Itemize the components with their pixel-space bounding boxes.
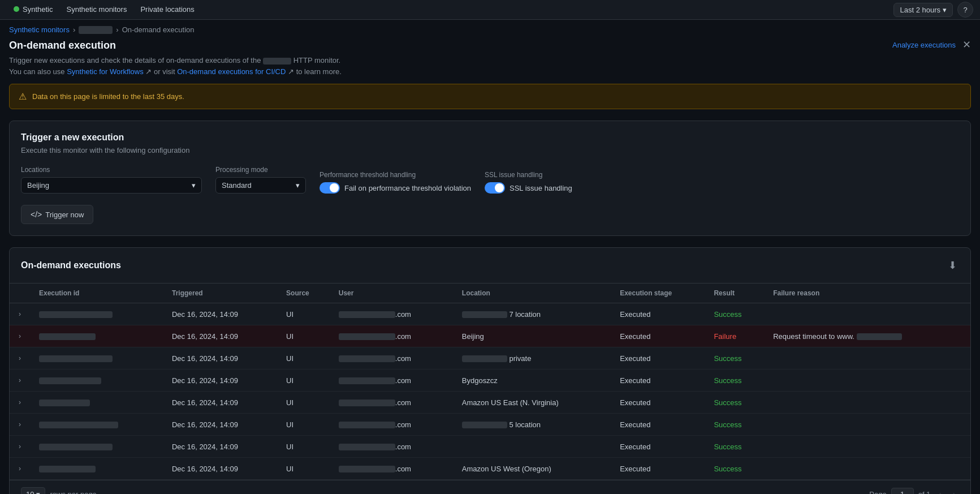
source-value: UI	[279, 392, 332, 414]
trigger-now-button[interactable]: </> Trigger now	[21, 205, 93, 224]
nav-item-synthetic-monitors[interactable]: Synthetic monitors	[59, 0, 133, 19]
table-row[interactable]: ›Dec 16, 2024, 14:09UI.comAmazon US West…	[10, 458, 970, 480]
perf-threshold-group: Performance threshold handling Fail on p…	[320, 171, 471, 194]
desc-external-icon-1: ↗	[145, 67, 152, 76]
processing-chevron: ▾	[296, 181, 300, 190]
table-row[interactable]: ›Dec 16, 2024, 14:09UI.comAmazon US East…	[10, 392, 970, 414]
expand-button[interactable]: ›	[16, 419, 23, 429]
col-user: User	[332, 283, 455, 303]
page-next-button[interactable]: ›	[949, 488, 959, 495]
user-value: .com	[332, 303, 455, 325]
result-value: Success	[707, 347, 766, 370]
executions-header: On-demand executions ⬇	[10, 248, 970, 283]
location-value: Bydgoszcz	[455, 370, 613, 392]
trigger-subtitle: Execute this monitor with the following …	[21, 146, 959, 154]
desc-external-icon-2: ↗	[288, 67, 294, 76]
warning-icon: ⚠	[19, 91, 27, 102]
processing-value: Standard	[222, 181, 252, 190]
download-button[interactable]: ⬇	[946, 257, 959, 274]
help-button[interactable]: ?	[957, 2, 973, 18]
page-input[interactable]	[891, 488, 914, 494]
user-value: .com	[332, 370, 455, 392]
breadcrumb-current: On-demand execution	[122, 25, 195, 34]
expand-button[interactable]: ›	[16, 309, 23, 319]
ssl-toggle[interactable]	[485, 182, 505, 194]
expand-button[interactable]: ›	[16, 397, 23, 407]
execution-id-value	[39, 422, 118, 428]
failure-reason-value	[766, 436, 970, 458]
page-header-left: On-demand execution Trigger new executio…	[9, 40, 342, 77]
synthetic-logo-dot	[14, 6, 19, 12]
result-value: Success	[707, 436, 766, 458]
triggered-value: Dec 16, 2024, 14:09	[165, 347, 279, 370]
result-value: Success	[707, 458, 766, 480]
location-value: 5 location	[455, 414, 613, 436]
table-row[interactable]: ›Dec 16, 2024, 14:09UI.com 7 locationExe…	[10, 303, 970, 325]
monitor-name-redacted	[263, 58, 291, 65]
top-nav-right: Last 2 hours ▾ ?	[893, 2, 973, 18]
expand-button[interactable]: ›	[16, 353, 23, 363]
analyze-executions-button[interactable]: Analyze executions	[892, 41, 956, 49]
perf-toggle[interactable]	[320, 182, 340, 194]
execution-stage-value: Executed	[613, 436, 707, 458]
col-execution-stage: Execution stage	[613, 283, 707, 303]
execution-stage-value: Executed	[613, 347, 707, 370]
executions-title: On-demand executions	[21, 260, 121, 270]
warning-text: Data on this page is limited to the last…	[32, 92, 184, 101]
executions-section: On-demand executions ⬇ Execution id Trig…	[9, 247, 971, 494]
trigger-label: Trigger now	[45, 211, 84, 219]
table-row[interactable]: ›Dec 16, 2024, 14:09UI.com 5 locationExe…	[10, 414, 970, 436]
close-button[interactable]: ✕	[962, 40, 971, 50]
ssl-label: SSL issue handling	[485, 171, 572, 179]
failure-reason-value	[766, 303, 970, 325]
breadcrumb-sep-2: ›	[116, 25, 118, 34]
nav-item-synthetic[interactable]: Synthetic	[7, 0, 59, 19]
page-prev-button[interactable]: ‹	[935, 488, 944, 495]
table-row[interactable]: ›Dec 16, 2024, 14:09UI.comExecutedSucces…	[10, 436, 970, 458]
desc-or-visit: or visit	[154, 67, 175, 76]
expand-button[interactable]: ›	[16, 375, 23, 385]
triggered-value: Dec 16, 2024, 14:09	[165, 458, 279, 480]
nav-item-private-locations[interactable]: Private locations	[133, 0, 201, 19]
breadcrumb: Synthetic monitors › › On-demand executi…	[0, 20, 980, 40]
triggered-value: Dec 16, 2024, 14:09	[165, 392, 279, 414]
user-value: .com	[332, 347, 455, 370]
execution-stage-value: Executed	[613, 458, 707, 480]
locations-label: Locations	[21, 166, 202, 174]
rows-label: rows per page	[50, 490, 96, 494]
perf-label: Performance threshold handling	[320, 171, 471, 179]
result-value: Success	[707, 392, 766, 414]
failure-reason-value	[766, 370, 970, 392]
user-value: .com	[332, 414, 455, 436]
page-of-total: of 1	[918, 490, 931, 494]
page-title: On-demand execution	[9, 40, 342, 51]
expand-button[interactable]: ›	[16, 331, 23, 341]
processing-select[interactable]: Standard ▾	[215, 177, 306, 194]
pagination: 10 ▾ rows per page Page of 1 ‹ ›	[10, 480, 970, 494]
triggered-value: Dec 16, 2024, 14:09	[165, 414, 279, 436]
expand-button[interactable]: ›	[16, 463, 23, 474]
table-row[interactable]: ›Dec 16, 2024, 14:09UI.comBydgoszczExecu…	[10, 370, 970, 392]
cicd-link[interactable]: On-demand executions for CI/CD	[177, 67, 286, 76]
page-header: On-demand execution Trigger new executio…	[0, 40, 980, 84]
time-range-button[interactable]: Last 2 hours ▾	[893, 3, 953, 17]
processing-mode-group: Processing mode Standard ▾	[215, 166, 306, 194]
workflows-link[interactable]: Synthetic for Workflows	[67, 67, 144, 76]
perf-toggle-row: Fail on performance threshold violation	[320, 182, 471, 194]
rows-per-page-select[interactable]: 10 ▾	[21, 487, 45, 494]
execution-stage-value: Executed	[613, 370, 707, 392]
location-value: Amazon US West (Oregon)	[455, 458, 613, 480]
table-row[interactable]: ›Dec 16, 2024, 14:09UI.comBeijingExecute…	[10, 325, 970, 347]
expand-button[interactable]: ›	[16, 441, 23, 452]
page-header-right: Analyze executions ✕	[892, 40, 971, 50]
execution-stage-value: Executed	[613, 325, 707, 347]
ssl-group: SSL issue handling SSL issue handling	[485, 171, 572, 194]
table-row[interactable]: ›Dec 16, 2024, 14:09UI.com privateExecut…	[10, 347, 970, 370]
location-value: Beijing	[455, 325, 613, 347]
locations-group: Locations Beijing ▾	[21, 166, 202, 194]
locations-select[interactable]: Beijing ▾	[21, 177, 202, 194]
location-value	[455, 436, 613, 458]
executions-table: Execution id Triggered Source User Locat…	[10, 283, 970, 480]
breadcrumb-monitors-link[interactable]: Synthetic monitors	[9, 25, 70, 34]
source-value: UI	[279, 370, 332, 392]
